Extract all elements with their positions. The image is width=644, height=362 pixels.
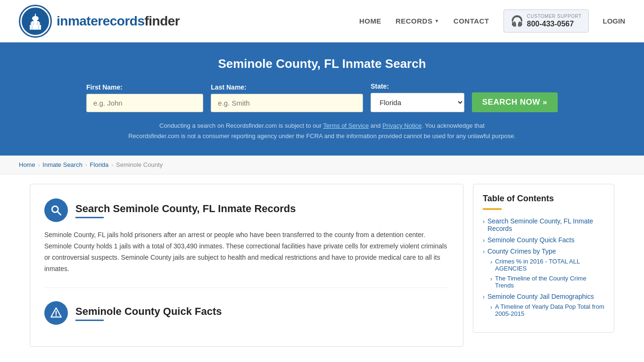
- section-quick-facts: Seminole County Quick Facts: [44, 301, 449, 325]
- logo-icon: [19, 5, 52, 38]
- chevron-right-icon: ›: [490, 276, 492, 282]
- support-number: 800-433-0567: [527, 19, 582, 28]
- toc-sub-item-4-1: › A Timeline of Yearly Data Pop Total fr…: [490, 303, 604, 317]
- logo[interactable]: inmaterecordsfinder: [19, 5, 180, 38]
- breadcrumb-home[interactable]: Home: [19, 161, 35, 168]
- main-container: Search Seminole County, FL Inmate Record…: [20, 184, 624, 347]
- warning-icon: [50, 307, 62, 319]
- state-select[interactable]: Florida Alabama Alaska Arizona Arkansas …: [371, 93, 464, 112]
- section-inmate-records: Search Seminole County, FL Inmate Record…: [44, 198, 449, 274]
- last-name-group: Last Name:: [211, 83, 363, 112]
- search-icon: [50, 204, 62, 216]
- toc-sub-item-3-2: › The Timeline of the County Crime Trend…: [490, 275, 604, 289]
- chevron-right-icon: ›: [490, 259, 492, 265]
- section2-title: Seminole County Quick Facts: [75, 305, 222, 318]
- customer-support-button[interactable]: 🎧 CUSTOMER SUPPORT 800-433-0567: [504, 9, 589, 33]
- nav-contact[interactable]: CONTACT: [454, 17, 489, 25]
- hero-section: Seminole County, FL Inmate Search First …: [0, 42, 644, 156]
- content-area: Search Seminole County, FL Inmate Record…: [30, 184, 463, 347]
- toc-sub-link-3-1[interactable]: › Crimes % in 2016 - TOTAL ALL AGENCIES: [490, 258, 604, 272]
- section2-underline: [75, 320, 104, 321]
- chevron-right-icon: ›: [483, 294, 485, 300]
- breadcrumb: Home › Inmate Search › Florida › Seminol…: [0, 156, 644, 174]
- toc-link-4[interactable]: › Seminole County Jail Demographics: [483, 293, 604, 300]
- svg-rect-6: [32, 25, 33, 30]
- first-name-group: First Name:: [86, 83, 203, 112]
- page-title: Seminole County, FL Inmate Search: [19, 57, 625, 71]
- chevron-right-icon: ›: [483, 218, 485, 225]
- section1-text: Seminole County, FL jails hold prisoners…: [44, 230, 449, 274]
- toc-link-3[interactable]: › County Crimes by Type: [483, 247, 604, 255]
- toc-item-3: › County Crimes by Type › Crimes % in 20…: [483, 247, 604, 289]
- nav-records[interactable]: RECORDS ▼: [396, 17, 439, 25]
- toc-title: Table of Contents: [483, 194, 604, 204]
- breadcrumb-current: Seminole County: [116, 161, 163, 168]
- toc-list: › Search Seminole County, FL Inmate Reco…: [483, 217, 604, 317]
- login-button[interactable]: LOGIN: [603, 17, 626, 25]
- nav-home[interactable]: HOME: [359, 17, 381, 25]
- section-divider: [44, 288, 449, 288]
- toc-item-2: › Seminole County Quick Facts: [483, 236, 604, 244]
- first-name-input[interactable]: [86, 94, 203, 112]
- state-group: State: Florida Alabama Alaska Arizona Ar…: [371, 82, 464, 112]
- toc-sub-link-3-2[interactable]: › The Timeline of the County Crime Trend…: [490, 275, 604, 289]
- toc-sub-list-4: › A Timeline of Yearly Data Pop Total fr…: [483, 303, 604, 317]
- svg-rect-11: [39, 22, 40, 25]
- toc-link-2[interactable]: › Seminole County Quick Facts: [483, 236, 604, 244]
- breadcrumb-florida[interactable]: Florida: [90, 161, 109, 168]
- toc-underline: [483, 208, 502, 210]
- sidebar: Table of Contents › Search Seminole Coun…: [473, 184, 614, 347]
- search-form: First Name: Last Name: State: Florida Al…: [86, 82, 558, 112]
- svg-line-13: [58, 212, 61, 215]
- chevron-right-icon: ›: [490, 304, 492, 311]
- toc-sub-link-4-1[interactable]: › A Timeline of Yearly Data Pop Total fr…: [490, 303, 604, 317]
- last-name-input[interactable]: [211, 94, 363, 112]
- toc-item-4: › Seminole County Jail Demographics › A …: [483, 293, 604, 317]
- svg-rect-10: [37, 22, 38, 25]
- search-icon-circle: [44, 198, 68, 222]
- privacy-link[interactable]: Privacy Notice: [382, 122, 421, 129]
- section1-header: Search Seminole County, FL Inmate Record…: [44, 198, 449, 222]
- toc-sub-list-3: › Crimes % in 2016 - TOTAL ALL AGENCIES …: [483, 258, 604, 289]
- toc-box: Table of Contents › Search Seminole Coun…: [473, 184, 614, 333]
- section2-header: Seminole County Quick Facts: [44, 301, 449, 325]
- warning-icon-circle: [44, 301, 68, 325]
- svg-rect-5: [35, 14, 36, 17]
- chevron-right-icon: ›: [483, 237, 485, 244]
- search-button[interactable]: SEARCH NOW »: [472, 92, 558, 112]
- section1-title: Search Seminole County, FL Inmate Record…: [75, 203, 296, 215]
- svg-rect-7: [38, 25, 39, 30]
- toc-link-1[interactable]: › Search Seminole County, FL Inmate Reco…: [483, 217, 604, 232]
- breadcrumb-inmate-search[interactable]: Inmate Search: [42, 161, 83, 168]
- breadcrumb-sep-3: ›: [111, 162, 113, 168]
- main-nav: HOME RECORDS ▼ CONTACT 🎧 CUSTOMER SUPPOR…: [359, 9, 625, 33]
- headset-icon: 🎧: [511, 15, 523, 27]
- chevron-right-icon: ›: [483, 248, 485, 255]
- tos-link[interactable]: Terms of Service: [323, 122, 369, 129]
- disclaimer-text: Conducting a search on Recordsfinder.com…: [19, 121, 625, 141]
- toc-sub-item-3-1: › Crimes % in 2016 - TOTAL ALL AGENCIES: [490, 258, 604, 272]
- breadcrumb-sep-1: ›: [38, 162, 40, 168]
- site-header: inmaterecordsfinder HOME RECORDS ▼ CONTA…: [0, 0, 644, 42]
- chevron-down-icon: ▼: [434, 18, 439, 24]
- svg-rect-9: [33, 22, 34, 25]
- breadcrumb-sep-2: ›: [85, 162, 87, 168]
- state-label: State:: [371, 82, 464, 90]
- toc-item-1: › Search Seminole County, FL Inmate Reco…: [483, 217, 604, 232]
- svg-point-15: [56, 315, 57, 316]
- first-name-label: First Name:: [86, 83, 203, 91]
- support-label: CUSTOMER SUPPORT: [527, 14, 582, 19]
- last-name-label: Last Name:: [211, 83, 363, 91]
- svg-rect-8: [31, 22, 32, 25]
- logo-text: inmaterecordsfinder: [57, 14, 180, 29]
- section1-underline: [75, 217, 104, 218]
